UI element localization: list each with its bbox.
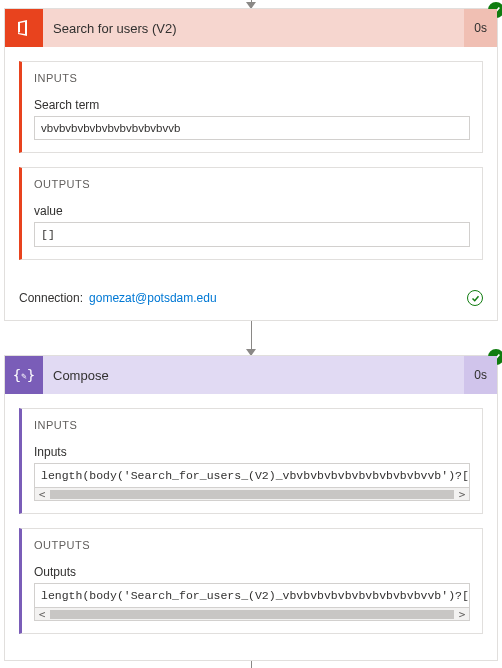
field-value[interactable]: length(body('Search_for_users_(V2)_vbvbv… <box>34 463 470 488</box>
inputs-section: INPUTS Search term vbvbvbvbvbvbvbvbvbvbv… <box>19 61 483 153</box>
section-heading: OUTPUTS <box>34 178 470 190</box>
scroll-right-icon[interactable]: > <box>455 489 469 500</box>
field-value[interactable]: length(body('Search_for_users_(V2)_vbvbv… <box>34 583 470 608</box>
scroll-left-icon[interactable]: < <box>35 609 49 620</box>
office-icon <box>5 9 43 47</box>
step-header[interactable]: {✎} Compose 0s <box>5 356 497 394</box>
field-label: value <box>34 204 470 218</box>
horizontal-scrollbar[interactable]: < > <box>34 488 470 501</box>
connection-status-ok-icon <box>467 290 483 306</box>
flow-arrow-top <box>0 0 502 8</box>
field-label: Inputs <box>34 445 470 459</box>
step-title: Search for users (V2) <box>43 21 464 36</box>
field-value[interactable]: vbvbvbvbvbvbvbvbvbvbvvb <box>34 116 470 140</box>
step-title: Compose <box>43 368 464 383</box>
connection-link[interactable]: gomezat@potsdam.edu <box>89 291 467 305</box>
scroll-left-icon[interactable]: < <box>35 489 49 500</box>
step-card-search-users: Search for users (V2) 0s INPUTS Search t… <box>4 8 498 321</box>
step-header[interactable]: Search for users (V2) 0s <box>5 9 497 47</box>
field-label: Search term <box>34 98 470 112</box>
flow-arrow-bottom <box>0 661 502 668</box>
section-heading: INPUTS <box>34 72 470 84</box>
connection-row: Connection: gomezat@potsdam.edu <box>5 286 497 320</box>
outputs-section: OUTPUTS value [] <box>19 167 483 260</box>
section-heading: OUTPUTS <box>34 539 470 551</box>
step-duration: 0s <box>464 9 497 47</box>
flow-arrow <box>0 321 502 355</box>
field-value[interactable]: [] <box>34 222 470 247</box>
compose-icon: {✎} <box>5 356 43 394</box>
scroll-track[interactable] <box>50 610 454 619</box>
step-duration: 0s <box>464 356 497 394</box>
horizontal-scrollbar[interactable]: < > <box>34 608 470 621</box>
outputs-section: OUTPUTS Outputs length(body('Search_for_… <box>19 528 483 634</box>
step-card-compose: {✎} Compose 0s INPUTS Inputs length(body… <box>4 355 498 661</box>
section-heading: INPUTS <box>34 419 470 431</box>
scroll-right-icon[interactable]: > <box>455 609 469 620</box>
field-label: Outputs <box>34 565 470 579</box>
connection-label: Connection: <box>19 291 83 305</box>
scroll-track[interactable] <box>50 490 454 499</box>
inputs-section: INPUTS Inputs length(body('Search_for_us… <box>19 408 483 514</box>
